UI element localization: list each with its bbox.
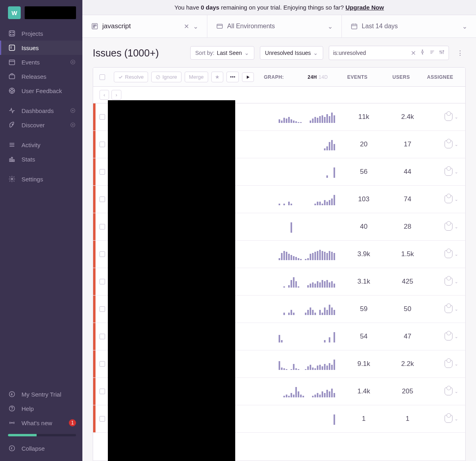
sidebar-item-projects[interactable]: Projects	[0, 26, 82, 41]
row-checkbox-wrap	[96, 196, 109, 202]
row-checkbox[interactable]	[99, 169, 105, 175]
saved-search-dropdown[interactable]: Unresolved Issues ⌄	[260, 46, 323, 60]
row-checkbox[interactable]	[99, 416, 105, 422]
row-checkbox-wrap	[96, 224, 109, 230]
project-filter[interactable]: javascript ✕ ⌄	[82, 15, 207, 37]
row-checkbox[interactable]	[99, 251, 105, 257]
prev-page-button[interactable]: ‹	[99, 90, 109, 100]
sidebar-help[interactable]: Help	[8, 401, 76, 416]
user-icon	[445, 415, 453, 423]
trial-prefix: You have	[174, 4, 201, 11]
chevron-down-icon: ⌄	[455, 307, 458, 312]
org-avatar: W	[8, 6, 21, 19]
sidebar-item-discover[interactable]: Discover	[0, 118, 82, 132]
user-icon	[445, 278, 453, 286]
time-filter-value: Last 14 days	[362, 23, 398, 30]
row-checkbox[interactable]	[99, 389, 105, 394]
sidebar-item-events[interactable]: Events	[0, 55, 82, 69]
assignee-picker[interactable]: ⌄	[429, 195, 465, 203]
select-all-checkbox[interactable]	[99, 74, 105, 80]
row-checkbox[interactable]	[99, 224, 105, 230]
sidebar-item-settings[interactable]: Settings	[0, 172, 82, 186]
sidebar-item-issues[interactable]: Issues	[0, 41, 82, 55]
issue-sparkline	[276, 331, 342, 342]
svg-rect-31	[12, 158, 13, 162]
table-toolbar: Resolve Ignore Merge ★ ••• Graph: 24h14d…	[93, 68, 465, 87]
more-actions-button[interactable]: •••	[226, 72, 239, 82]
ignore-button[interactable]: Ignore	[151, 72, 181, 82]
row-checkbox[interactable]	[99, 334, 105, 339]
col-graph: Graph:	[264, 74, 308, 80]
user-icon	[445, 113, 453, 121]
sidebar-item-label: Events	[21, 59, 40, 66]
row-checkbox[interactable]	[99, 279, 105, 284]
assignee-picker[interactable]: ⌄	[429, 415, 465, 423]
sidebar-item-stats[interactable]: Stats	[0, 152, 82, 166]
search-input[interactable]	[329, 47, 407, 59]
assignee-picker[interactable]: ⌄	[429, 113, 465, 121]
issue-events-count: 20	[342, 140, 386, 148]
assignee-picker[interactable]: ⌄	[429, 360, 465, 368]
environment-filter[interactable]: All Environments ⌄	[207, 15, 341, 37]
next-page-button[interactable]: ›	[111, 90, 121, 100]
row-checkbox[interactable]	[99, 196, 105, 202]
svg-rect-0	[9, 31, 15, 36]
trial-banner: You have 0 days remaining on your trial.…	[82, 0, 476, 15]
chevron-down-icon: ⌄	[455, 389, 458, 394]
sort-lines-icon[interactable]	[429, 49, 435, 57]
user-icon	[445, 223, 453, 231]
svg-rect-5	[9, 45, 15, 51]
graph-range-toggle[interactable]: 24h14d	[308, 74, 336, 80]
issue-sparkline	[276, 221, 342, 233]
sidebar-collapse[interactable]: Collapse	[8, 440, 76, 456]
issue-users-count: 50	[386, 305, 429, 313]
sidebar-whatsnew[interactable]: What's new 1	[8, 416, 76, 430]
assignee-picker[interactable]: ⌄	[429, 250, 465, 258]
bookmark-button[interactable]: ★	[211, 72, 223, 82]
issue-users-count: 28	[386, 223, 429, 231]
row-checkbox-wrap	[96, 416, 109, 422]
row-checkbox[interactable]	[99, 361, 105, 367]
chevron-down-icon: ⌄	[313, 50, 318, 56]
clear-project-icon[interactable]: ✕	[184, 23, 189, 30]
sidebar-item-user-feedback[interactable]: User Feedback	[0, 84, 82, 98]
row-checkbox[interactable]	[99, 142, 105, 147]
trial-mid: remaining on your trial. Enjoying things…	[219, 4, 345, 11]
sidebar-item-label: Releases	[21, 73, 47, 80]
assignee-picker[interactable]: ⌄	[429, 305, 465, 313]
resolve-button[interactable]: Resolve	[114, 72, 148, 82]
realtime-button[interactable]	[242, 72, 254, 82]
bolt-icon	[8, 390, 16, 398]
time-filter[interactable]: Last 14 days ⌄	[341, 15, 476, 37]
assignee-picker[interactable]: ⌄	[429, 387, 465, 395]
upgrade-link[interactable]: Upgrade Now	[345, 4, 384, 11]
menu-icon	[8, 141, 16, 149]
sidebar-item-dashboards[interactable]: Dashboards	[0, 103, 82, 118]
project-filter-value: javascript	[102, 22, 131, 30]
sliders-icon[interactable]	[439, 49, 445, 57]
sidebar-item-activity[interactable]: Activity	[0, 138, 82, 152]
assignee-picker[interactable]: ⌄	[429, 333, 465, 340]
svg-line-59	[157, 76, 159, 78]
sidebar-item-label: Activity	[21, 142, 41, 148]
org-switcher[interactable]: W	[0, 6, 82, 26]
row-checkbox[interactable]	[99, 306, 105, 312]
user-icon	[445, 360, 453, 368]
row-checkbox[interactable]	[99, 114, 105, 120]
range-24h: 24h	[308, 74, 317, 80]
row-checkbox-wrap	[96, 361, 109, 367]
sidebar-item-releases[interactable]: Releases	[0, 69, 82, 84]
sidebar-trial[interactable]: My Sentry Trial	[8, 387, 76, 401]
issue-events-count: 3.9k	[342, 250, 386, 258]
clear-search-icon[interactable]: ✕	[411, 49, 416, 57]
assignee-picker[interactable]: ⌄	[429, 140, 465, 148]
assignee-picker[interactable]: ⌄	[429, 168, 465, 176]
more-menu-icon[interactable]: ⋮	[455, 49, 466, 57]
assignee-picker[interactable]: ⌄	[429, 223, 465, 231]
assignee-picker[interactable]: ⌄	[429, 278, 465, 286]
activity-icon	[8, 107, 16, 115]
issue-events-count: 40	[342, 223, 386, 231]
merge-button[interactable]: Merge	[185, 72, 208, 82]
sort-dropdown[interactable]: Sort by: Last Seen ⌄	[190, 46, 254, 60]
pin-icon[interactable]	[420, 49, 425, 57]
